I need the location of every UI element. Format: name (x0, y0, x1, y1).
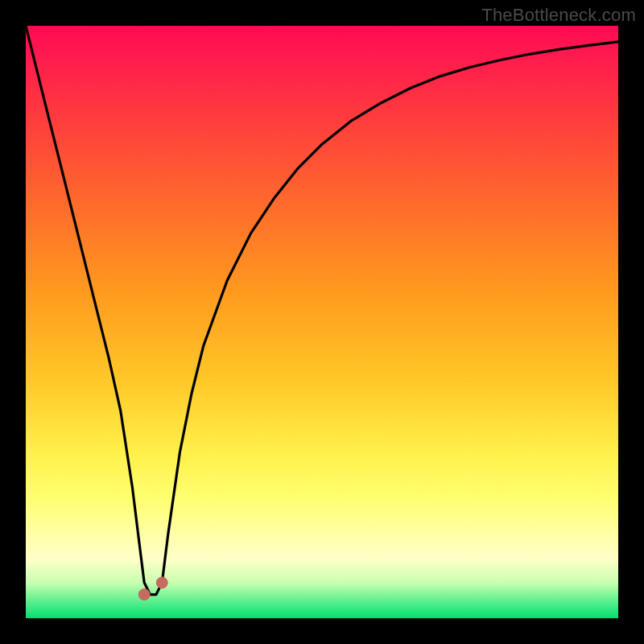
bottleneck-curve-svg (26, 26, 618, 618)
plot-area (26, 26, 618, 618)
bottleneck-curve (26, 26, 618, 595)
watermark-text: TheBottleneck.com (481, 5, 636, 26)
chart-frame: TheBottleneck.com (0, 0, 644, 644)
min-marker-right (156, 577, 167, 588)
min-marker-left (138, 589, 150, 601)
